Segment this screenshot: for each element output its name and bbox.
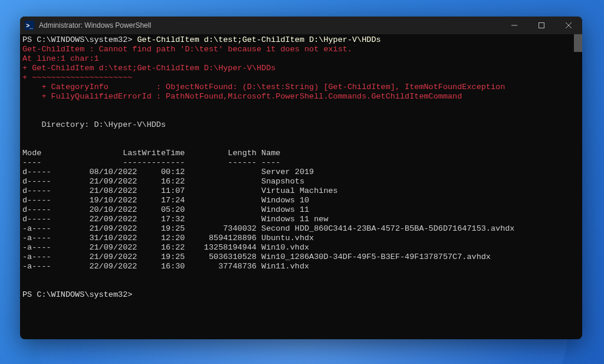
- blank-line: [22, 130, 580, 139]
- table-row: d----- 19/10/2022 17:24 Windows 10: [22, 196, 580, 205]
- directory-label: Directory: D:\Hyper-V\HDDs: [22, 120, 580, 130]
- error-line: At line:1 char:1: [22, 54, 580, 64]
- error-line: + ~~~~~~~~~~~~~~~~~~~~~: [22, 73, 580, 83]
- table-row: d----- 08/10/2022 00:12 Server 2019: [22, 168, 580, 177]
- table-row: d----- 21/08/2022 11:07 Virtual Machines: [22, 186, 580, 196]
- table-row: -a---- 22/09/2022 16:30 37748736 Win11.v…: [22, 262, 580, 271]
- blank-line: [22, 271, 580, 281]
- table-row: -a---- 31/10/2022 12:20 8594128896 Ubunt…: [22, 234, 580, 243]
- command-line: PS C:\WINDOWS\system32>: [22, 290, 580, 300]
- table-row: -a---- 21/09/2022 16:22 13258194944 Win1…: [22, 243, 580, 252]
- scrollbar-thumb[interactable]: [574, 34, 582, 52]
- command-text: Get-ChildItem d:\test;Get-ChildItem D:\H…: [137, 35, 380, 44]
- table-divider: ---- ------------- ------ ----: [22, 158, 580, 168]
- window-title: Administrator: Windows PowerShell: [39, 21, 151, 29]
- blank-line: [22, 101, 580, 111]
- blank-line: [22, 139, 580, 149]
- prompt-prefix: PS C:\WINDOWS\system32>: [22, 290, 137, 299]
- table-row: d----- 22/09/2022 17:32 Windows 11 new: [22, 215, 580, 224]
- error-line: + FullyQualifiedErrorId : PathNotFound,M…: [22, 92, 580, 101]
- svg-rect-1: [539, 23, 544, 28]
- minimize-button[interactable]: [501, 17, 528, 34]
- command-line: PS C:\WINDOWS\system32> Get-ChildItem d:…: [22, 35, 580, 45]
- error-line: Get-ChildItem : Cannot find path 'D:\tes…: [22, 45, 580, 54]
- prompt-prefix: PS C:\WINDOWS\system32>: [22, 35, 137, 44]
- error-line: + Get-ChildItem d:\test;Get-ChildItem D:…: [22, 64, 580, 73]
- titlebar[interactable]: >_ Administrator: Windows PowerShell: [20, 17, 582, 34]
- table-header: Mode LastWriteTime Length Name: [22, 149, 580, 158]
- powershell-window: >_ Administrator: Windows PowerShell PS …: [20, 17, 582, 339]
- window-controls: [501, 17, 582, 34]
- table-row: -a---- 21/09/2022 19:25 7340032 Second H…: [22, 224, 580, 234]
- table-row: -a---- 21/09/2022 19:25 5036310528 Win10…: [22, 252, 580, 262]
- powershell-icon: >_: [25, 21, 34, 30]
- blank-line: [22, 111, 580, 120]
- maximize-button[interactable]: [528, 17, 555, 34]
- table-row: d----- 21/09/2022 16:22 Snapshots: [22, 177, 580, 186]
- blank-line: [22, 281, 580, 290]
- table-row: d----- 20/10/2022 05:20 Windows 11: [22, 205, 580, 215]
- close-button[interactable]: [555, 17, 582, 34]
- error-line: + CategoryInfo : ObjectNotFound: (D:\tes…: [22, 83, 580, 92]
- terminal-output[interactable]: PS C:\WINDOWS\system32> Get-ChildItem d:…: [20, 34, 582, 339]
